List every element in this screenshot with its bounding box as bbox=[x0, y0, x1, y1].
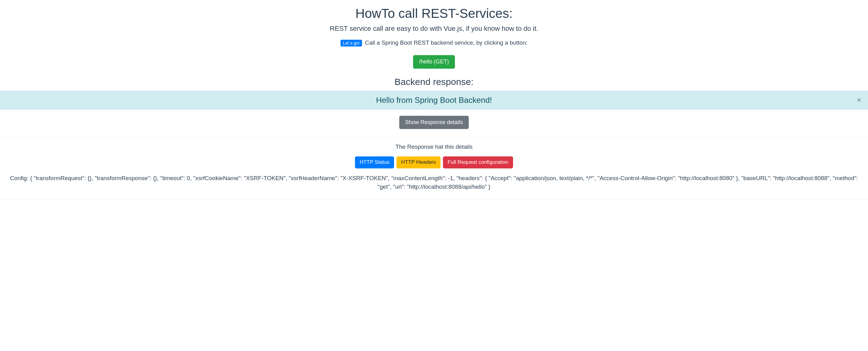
lets-go-badge: Let´s go! bbox=[341, 40, 362, 47]
response-heading: Backend response: bbox=[0, 77, 868, 87]
page-subtitle: REST service call are easy to do with Vu… bbox=[0, 25, 868, 33]
tab-http-headers[interactable]: HTTP Headers bbox=[397, 156, 440, 168]
call-hello-button[interactable]: /hello (GET) bbox=[413, 55, 455, 69]
response-message: Hello from Spring Boot Backend! bbox=[376, 95, 492, 105]
tab-full-request-config[interactable]: Full Request configuration bbox=[443, 156, 513, 168]
details-title: The Response hat this details bbox=[0, 144, 868, 150]
response-alert: Hello from Spring Boot Backend! × bbox=[0, 91, 868, 110]
bottom-divider bbox=[0, 199, 868, 199]
show-response-details-button[interactable]: Show Response details bbox=[399, 116, 469, 129]
tab-http-status[interactable]: HTTP Status bbox=[355, 156, 394, 168]
close-icon[interactable]: × bbox=[856, 95, 863, 105]
details-section: The Response hat this details HTTP Statu… bbox=[0, 144, 868, 191]
details-tab-group: HTTP Status HTTP Headers Full Request co… bbox=[355, 156, 513, 168]
page-title: HowTo call REST-Services: bbox=[0, 6, 868, 21]
intro-text: Call a Spring Boot REST backend service,… bbox=[365, 39, 528, 46]
page-container: HowTo call REST-Services: REST service c… bbox=[0, 0, 868, 205]
config-output: Config: { "transformRequest": {}, "trans… bbox=[0, 174, 868, 192]
intro-line: Let´s go! Call a Spring Boot REST backen… bbox=[0, 39, 868, 47]
divider bbox=[0, 137, 868, 137]
